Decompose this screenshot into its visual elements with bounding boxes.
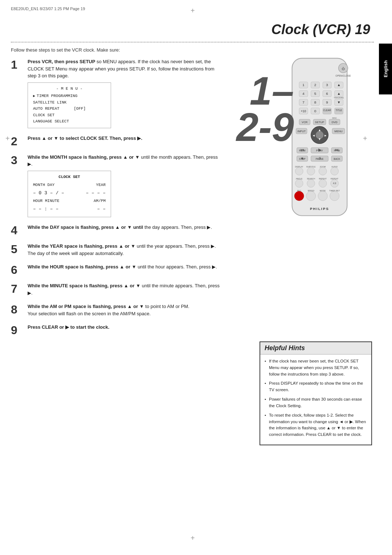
menu-box: - M E N U - TIMER PROGRAMMING SATELLITE … (28, 82, 111, 128)
menu-title: - M E N U - (33, 86, 106, 92)
svg-point-93 (306, 191, 315, 201)
svg-text:6: 6 (326, 92, 328, 96)
english-tab: English (379, 44, 392, 94)
svg-text:5: 5 (314, 92, 316, 96)
svg-point-92 (294, 191, 304, 201)
svg-text:TRACKING: TRACKING (334, 97, 344, 99)
step-9-bold: Press CLEAR or ▶ to start the clock. (28, 324, 109, 330)
step-7-bold: While the MINUTE space is flashing, pres… (28, 283, 140, 288)
menu-item-clock: CLOCK SET (33, 112, 106, 119)
intro-text: Follow these steps to set the VCR clock.… (11, 47, 120, 53)
svg-text:1: 1 (302, 83, 304, 87)
svg-text:BACK: BACK (334, 158, 340, 160)
step-7: 7 While the MINUTE space is flashing, pr… (11, 282, 221, 296)
step-2-content: Press ▲ or ▼ to select CLOCK SET. Then, … (28, 135, 221, 142)
hint-item-4: To reset the clock, follow steps 1-2. Se… (265, 412, 367, 438)
svg-text:⏭: ⏭ (335, 147, 339, 152)
svg-point-95 (330, 191, 339, 201)
crosshair-top (192, 10, 200, 17)
svg-text:CLEAR: CLEAR (323, 109, 331, 112)
svg-text:▲: ▲ (337, 92, 340, 96)
clock-row-2-values: – – : – – – – (33, 206, 106, 213)
hints-content: If the clock has never been set, the CLO… (260, 355, 371, 445)
clock-ampm-label: AM/PM (94, 198, 106, 204)
step-3-content: While the MONTH space is flashing, press… (28, 154, 221, 218)
step-1-content: Press VCR, then press SETUP so MENU appe… (28, 58, 221, 128)
step-number-8: 8 (11, 304, 24, 315)
page-title: Clock (VCR) 19 (271, 22, 370, 37)
svg-text:4: 4 (302, 92, 305, 96)
step-6-bold: While the HOUR space is flashing, press … (28, 264, 136, 270)
svg-text:▲: ▲ (337, 83, 340, 87)
menu-item-timer: TIMER PROGRAMMING (33, 93, 106, 100)
hint-item-2: Press DISPLAY repeatedly to show the tim… (265, 380, 367, 393)
big-number-2-9: 2-9 (236, 107, 294, 147)
step-number-4: 4 (11, 224, 24, 236)
svg-text:0: 0 (314, 109, 316, 113)
clock-year-value: – – – – (86, 190, 106, 197)
step-8-bold: While the AM or PM space is flashing, pr… (28, 304, 144, 309)
crosshair-right (365, 138, 372, 145)
step-8-content: While the AM or PM space is flashing, pr… (28, 303, 221, 317)
svg-text:DISC: DISC (332, 117, 337, 119)
hint-item-1: If the clock has never been set, the CLO… (265, 358, 367, 377)
clock-month-day-value: – 0 3 – / – (33, 190, 64, 197)
big-overlay-numbers: 1– 2-9 (236, 71, 294, 147)
svg-point-76 (307, 167, 315, 175)
dotted-divider (11, 42, 374, 42)
clock-hour-min-value: – – : – – (33, 206, 58, 213)
svg-text:▼: ▼ (318, 137, 321, 141)
svg-text:⏮: ⏮ (300, 147, 304, 152)
svg-text:◄: ◄ (312, 134, 315, 137)
svg-text:►: ► (324, 134, 327, 137)
hints-title: Helpful Hints (260, 342, 371, 355)
step-number-1: 1 (11, 59, 24, 70)
menu-item-language: LANGUAGE SELECT (33, 118, 106, 125)
svg-point-78 (330, 167, 338, 175)
step-2: 2 Press ▲ or ▼ to select CLOCK SET. Then… (11, 135, 221, 147)
step-number-9: 9 (11, 324, 24, 336)
step-4: 4 While the DAY space is flashing, press… (11, 224, 221, 236)
svg-text:SETUP: SETUP (315, 121, 324, 124)
step-3-bold: While the MONTH space is flashing, press… (28, 154, 140, 160)
step-1: 1 Press VCR, then press SETUP so MENU ap… (11, 58, 221, 128)
svg-text:■: ■ (301, 156, 303, 160)
step-9: 9 Press CLEAR or ▶ to start the clock. (11, 324, 221, 336)
clock-hour-min-label: HOUR MINUTE (33, 198, 60, 204)
step-5-bold: While the YEAR space is flashing, press … (28, 243, 135, 249)
step-7-content: While the MINUTE space is flashing, pres… (28, 282, 221, 296)
step-5-content: While the YEAR space is flashing, press … (28, 243, 221, 257)
step-number-6: 6 (11, 264, 24, 276)
svg-text:4:8: 4:8 (333, 182, 336, 185)
step-5: 5 While the YEAR space is flashing, pres… (11, 243, 221, 257)
step-number-5: 5 (11, 243, 24, 255)
step-8: 8 While the AM or PM space is flashing, … (11, 303, 221, 317)
remote-svg: ⏻ OPEN/CLOSE 1 2 3 ▲ 4 5 6 ▲ TRACKING 7 … (284, 56, 355, 222)
svg-point-77 (319, 167, 327, 175)
step-9-content: Press CLEAR or ▶ to start the clock. (28, 324, 221, 331)
svg-text:⏻: ⏻ (342, 67, 345, 70)
svg-text:DVD: DVD (331, 121, 338, 124)
crosshair-left (7, 138, 15, 145)
step-3: 3 While the MONTH space is flashing, pre… (11, 154, 221, 218)
hints-list: If the clock has never been set, the CLO… (265, 358, 367, 438)
svg-text:TITLE: TITLE (335, 109, 342, 112)
svg-text:OPEN/CLOSE: OPEN/CLOSE (335, 74, 351, 77)
step-1-bold: Press VCR, then press SETUP (28, 59, 95, 64)
svg-text:▶: ▶ (318, 147, 321, 152)
svg-point-84 (307, 179, 315, 187)
crosshair-bottom (192, 538, 200, 545)
svg-text:7: 7 (302, 100, 304, 104)
clock-year-label: YEAR (96, 182, 106, 188)
step-6-content: While the HOUR space is flashing, press … (28, 263, 221, 271)
svg-text:▲: ▲ (318, 128, 321, 132)
svg-text:MENU: MENU (334, 130, 342, 133)
svg-text:+10: +10 (301, 109, 306, 113)
clock-box: CLOCK SET MONTH DAY YEAR – 0 3 – / – – –… (28, 171, 111, 218)
clock-title: CLOCK SET (33, 174, 106, 180)
step-4-content: While the DAY space is flashing, press ▲… (28, 224, 221, 231)
clock-row-1-labels: MONTH DAY YEAR (33, 182, 106, 188)
step-2-bold: Press ▲ or ▼ to select CLOCK SET. Then, … (28, 135, 142, 141)
svg-text:PHILIPS: PHILIPS (310, 207, 329, 211)
step-8-subtext: Your selection will flash on the screen … (28, 311, 151, 316)
